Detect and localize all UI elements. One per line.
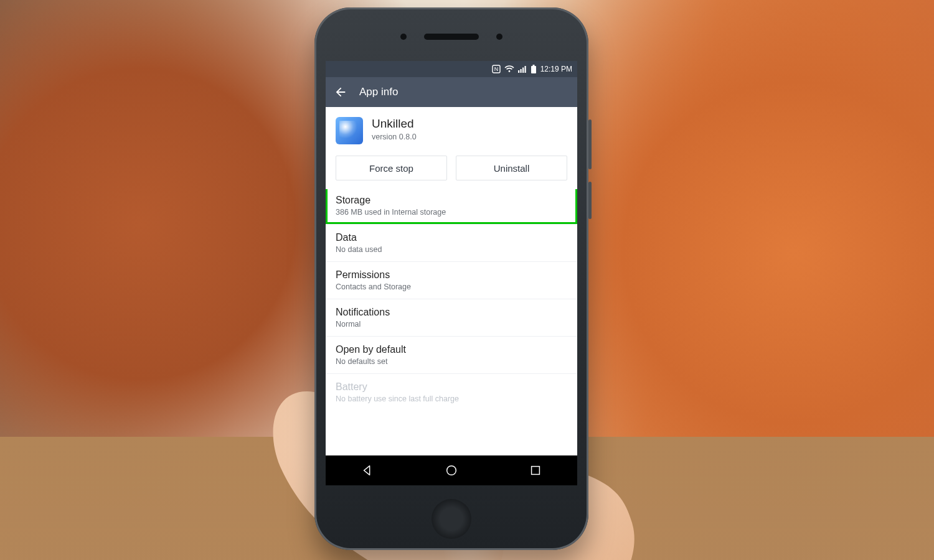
battery-item[interactable]: Battery No battery use since last full c… — [326, 373, 577, 411]
phone-earpiece — [424, 34, 479, 40]
svg-rect-8 — [531, 66, 536, 73]
battery-title: Battery — [336, 381, 567, 393]
notifications-item[interactable]: Notifications Normal — [326, 299, 577, 336]
square-recent-icon — [529, 464, 542, 477]
svg-rect-7 — [532, 65, 534, 66]
status-bar: N 12:19 PM — [326, 61, 577, 77]
phone-home-button — [432, 499, 471, 539]
android-nav-bar — [326, 455, 577, 485]
storage-subtitle: 386 MB used in Internal storage — [336, 208, 567, 217]
signal-icon — [518, 65, 527, 73]
battery-subtitle: No battery use since last full charge — [336, 394, 567, 403]
wifi-icon — [504, 65, 514, 73]
app-header: Unkilled version 0.8.0 — [326, 107, 577, 149]
app-bar-title: App info — [359, 86, 398, 98]
svg-rect-6 — [524, 66, 526, 73]
phone-frame: N 12:19 PM App info — [314, 7, 588, 550]
phone-screen: N 12:19 PM App info — [326, 61, 577, 485]
nav-recent-button[interactable] — [529, 464, 542, 477]
phone-sensor — [400, 34, 407, 40]
battery-icon — [531, 65, 537, 73]
circle-home-icon — [445, 464, 458, 477]
status-time: 12:19 PM — [540, 65, 572, 73]
svg-rect-4 — [520, 69, 521, 73]
open-by-default-subtitle: No defaults set — [336, 357, 567, 366]
svg-rect-3 — [518, 70, 519, 73]
notifications-title: Notifications — [336, 307, 567, 318]
app-bar: App info — [326, 77, 577, 107]
nav-home-button[interactable] — [445, 464, 458, 477]
arrow-left-icon — [334, 85, 347, 99]
action-buttons: Force stop Uninstall — [326, 149, 577, 189]
app-version: version 0.8.0 — [372, 133, 417, 141]
open-by-default-title: Open by default — [336, 344, 567, 355]
phone-side-button — [588, 119, 592, 169]
permissions-subtitle: Contacts and Storage — [336, 282, 567, 291]
svg-rect-5 — [522, 68, 524, 73]
nfc-icon: N — [492, 65, 501, 73]
scene-background: N 12:19 PM App info — [0, 0, 934, 560]
app-icon — [336, 117, 363, 144]
open-by-default-item[interactable]: Open by default No defaults set — [326, 336, 577, 373]
svg-rect-10 — [531, 467, 539, 475]
uninstall-button[interactable]: Uninstall — [456, 156, 567, 180]
data-subtitle: No data used — [336, 245, 567, 254]
app-info-content: Unkilled version 0.8.0 Force stop Uninst… — [326, 107, 577, 411]
data-item[interactable]: Data No data used — [326, 224, 577, 261]
svg-point-2 — [508, 70, 510, 72]
permissions-title: Permissions — [336, 269, 567, 281]
storage-title: Storage — [336, 195, 567, 206]
svg-text:N: N — [494, 66, 498, 72]
svg-point-9 — [447, 466, 456, 475]
phone-sensor — [496, 34, 502, 40]
back-button[interactable] — [331, 82, 351, 102]
app-name: Unkilled — [372, 117, 417, 131]
data-title: Data — [336, 232, 567, 243]
phone-side-button — [588, 182, 592, 219]
storage-item[interactable]: Storage 386 MB used in Internal storage — [326, 189, 577, 224]
permissions-item[interactable]: Permissions Contacts and Storage — [326, 261, 577, 299]
notifications-subtitle: Normal — [336, 320, 567, 329]
triangle-back-icon — [361, 464, 374, 477]
force-stop-button[interactable]: Force stop — [336, 156, 447, 180]
nav-back-button[interactable] — [361, 464, 374, 477]
